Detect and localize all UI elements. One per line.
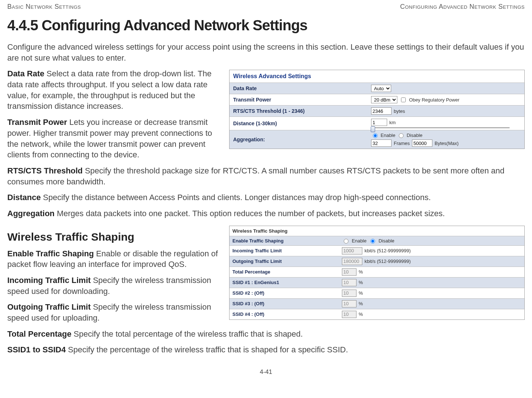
input-agg-bytes[interactable]: [412, 139, 432, 147]
row-ssid3: SSID #3 : (Off) %: [230, 298, 524, 309]
radio-ets-disable[interactable]: [370, 239, 375, 244]
label-distance: Distance (1-30km): [230, 118, 368, 129]
radio-agg-disable[interactable]: [399, 133, 404, 138]
unit-rts: bytes: [394, 108, 405, 114]
select-transmit-power[interactable]: 20 dBm: [371, 96, 397, 103]
label-rts: RTS/CTS Threshold (1 - 2346): [230, 106, 368, 116]
input-agg-frames[interactable]: [371, 139, 392, 147]
radio-ets-enable[interactable]: [344, 239, 348, 244]
input-ssid3[interactable]: [342, 300, 356, 307]
header-right: Configuring Advanced Network Settings: [400, 3, 525, 11]
def-rts: RTS/CTS Threshold Specify the threshold …: [7, 165, 525, 187]
panel1-title: Wireless Advanced Settings: [230, 70, 524, 83]
input-otl[interactable]: [342, 258, 362, 265]
row-aggregation: Aggregation: Enable Disable Frames Bytes…: [230, 130, 524, 149]
panel2-title: Wireless Traffic Shaping: [230, 226, 524, 236]
radio-agg-enable[interactable]: [373, 133, 378, 138]
row-ets: Enable Traffic Shaping Enable Disable: [230, 236, 524, 245]
label-aggregation: Aggregation:: [230, 134, 368, 145]
unit-distance: km: [389, 120, 396, 125]
input-ssid1[interactable]: [342, 279, 356, 286]
def-ssid: SSID1 to SSID4 Specify the percentage of…: [7, 344, 525, 355]
row-otl: Outgoing Traffic Limit kbit/s (512-99999…: [230, 256, 524, 267]
input-ssid2[interactable]: [342, 290, 356, 297]
page-number: 4-41: [7, 368, 525, 376]
row-distance: Distance (1-30km) km: [230, 116, 524, 130]
wireless-advanced-panel: Wireless Advanced Settings Data Rate Aut…: [229, 70, 525, 149]
intro-paragraph: Configure the advanced wireless settings…: [7, 42, 525, 63]
checkbox-obey-regulatory[interactable]: [401, 97, 406, 102]
def-aggregation: Aggregation Merges data packets into one…: [7, 208, 525, 219]
page-header: Basic Network Settings Configuring Advan…: [7, 3, 525, 11]
def-distance: Distance Specify the distance between Ac…: [7, 192, 525, 203]
input-tp[interactable]: [342, 268, 356, 276]
row-ssid4: SSID #4 : (Off) %: [230, 309, 524, 319]
label-data-rate: Data Rate: [230, 83, 368, 93]
select-data-rate[interactable]: Auto: [371, 85, 391, 92]
def-tp: Total Percentage Specify the total perce…: [7, 329, 525, 340]
input-ssid4[interactable]: [342, 311, 356, 318]
row-ssid2: SSID #2 : (Off) %: [230, 288, 524, 298]
label-obey-regulatory: Obey Regulatory Power: [409, 97, 459, 103]
input-itl[interactable]: [342, 247, 362, 255]
input-distance[interactable]: [371, 119, 387, 126]
row-rts: RTS/CTS Threshold (1 - 2346) bytes: [230, 105, 524, 116]
header-left: Basic Network Settings: [7, 3, 81, 11]
row-data-rate: Data Rate Auto: [230, 83, 524, 94]
row-itl: Incoming Traffic Limit kbit/s (512-99999…: [230, 245, 524, 256]
row-transmit-power: Transmit Power 20 dBm Obey Regulatory Po…: [230, 94, 524, 105]
label-transmit-power: Transmit Power: [230, 95, 368, 105]
row-ssid1: SSID #1 : EnGenius1 %: [230, 277, 524, 288]
wireless-traffic-shaping-panel: Wireless Traffic Shaping Enable Traffic …: [229, 226, 525, 320]
row-tp: Total Percentage %: [230, 267, 524, 277]
input-rts[interactable]: [371, 107, 392, 115]
slider-distance[interactable]: [371, 127, 510, 128]
page-title: 4.4.5 Configuring Advanced Network Setti…: [7, 17, 525, 34]
